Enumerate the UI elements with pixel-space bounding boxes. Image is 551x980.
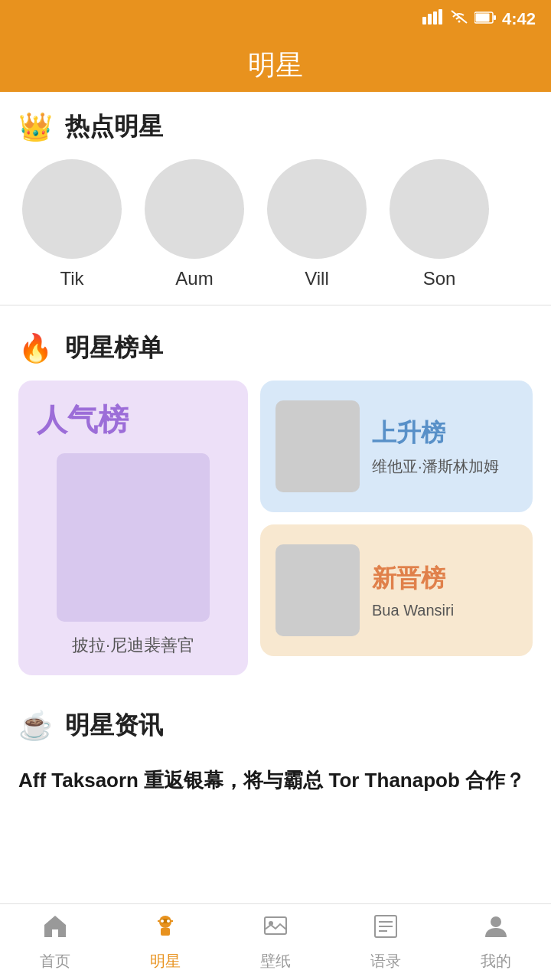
nav-label-mine: 我的 xyxy=(481,951,511,972)
popularity-sub: 披拉·尼迪裴善官 xyxy=(72,634,194,657)
rank-cards-right: 上升榜 维他亚·潘斯林加姆 新晋榜 Bua Wansiri xyxy=(260,381,533,675)
hot-stars-icon: 👑 xyxy=(18,111,53,143)
star-name-vill: Vill xyxy=(305,268,329,289)
page-title: 明星 xyxy=(248,47,303,84)
popularity-label: 人气榜 xyxy=(37,399,129,441)
news-item-1-title: Aff Taksaorn 重返银幕，将与霸总 Tor Thanapob 合作？ xyxy=(18,769,525,792)
quotes-icon xyxy=(372,913,399,946)
bottom-navigation: 首页 明星 壁纸 xyxy=(0,903,551,980)
status-icons: 4:42 xyxy=(422,9,536,29)
nav-item-stars[interactable]: 明星 xyxy=(127,913,204,972)
nav-item-wallpaper[interactable]: 壁纸 xyxy=(237,913,314,972)
new-entry-sub: Bua Wansiri xyxy=(372,602,517,619)
nav-label-home: 首页 xyxy=(40,951,70,972)
star-avatar-tik xyxy=(22,159,122,259)
wifi-off-icon xyxy=(450,9,468,29)
rising-sub: 维他亚·潘斯林加姆 xyxy=(372,456,517,477)
new-entry-card[interactable]: 新晋榜 Bua Wansiri xyxy=(260,524,533,656)
page-header: 明星 xyxy=(0,38,551,92)
status-bar: 4:42 xyxy=(0,0,551,38)
star-avatar-aum xyxy=(145,159,244,259)
star-avatar-vill xyxy=(267,159,367,259)
nav-label-quotes: 语录 xyxy=(370,951,401,972)
svg-rect-6 xyxy=(475,14,489,22)
svg-rect-1 xyxy=(428,14,432,24)
nav-label-wallpaper: 壁纸 xyxy=(260,951,291,972)
star-name-tik: Tik xyxy=(60,268,83,289)
rising-info: 上升榜 维他亚·潘斯林加姆 xyxy=(372,416,517,477)
svg-point-10 xyxy=(161,920,164,923)
popularity-image xyxy=(57,453,210,622)
stars-nav-icon xyxy=(152,913,179,946)
star-avatar-son xyxy=(390,159,489,259)
svg-rect-14 xyxy=(161,928,170,936)
time-display: 4:42 xyxy=(502,9,536,29)
new-entry-label: 新晋榜 xyxy=(372,562,517,596)
ranking-section-header: 🔥 明星榜单 xyxy=(0,313,551,373)
main-content: 👑 热点明星 Tik Aum Vill Son 🔥 明星榜单 人气榜 披拉 xyxy=(0,92,551,911)
signal-icon xyxy=(422,9,444,29)
new-entry-image xyxy=(276,544,360,636)
rising-image xyxy=(276,400,360,492)
star-name-son: Son xyxy=(423,268,456,289)
star-item-tik[interactable]: Tik xyxy=(18,159,126,289)
popularity-card[interactable]: 人气榜 披拉·尼迪裴善官 xyxy=(18,381,248,675)
star-item-aum[interactable]: Aum xyxy=(141,159,248,289)
ranking-icon: 🔥 xyxy=(18,332,53,364)
star-item-vill[interactable]: Vill xyxy=(263,159,370,289)
news-icon: ☕ xyxy=(18,710,53,742)
rising-label: 上升榜 xyxy=(372,416,517,450)
home-icon xyxy=(41,913,69,946)
svg-point-11 xyxy=(167,920,170,923)
ranking-cards-container: 人气榜 披拉·尼迪裴善官 上升榜 维他亚·潘斯林加姆 新晋榜 Bua Wansi… xyxy=(0,373,551,691)
rising-card[interactable]: 上升榜 维他亚·潘斯林加姆 xyxy=(260,381,533,512)
nav-label-stars: 明星 xyxy=(150,951,181,972)
star-item-son[interactable]: Son xyxy=(386,159,493,289)
hot-stars-title: 热点明星 xyxy=(65,110,163,144)
hot-stars-section-header: 👑 热点明星 xyxy=(0,92,551,152)
svg-rect-7 xyxy=(494,15,496,20)
svg-rect-2 xyxy=(433,11,437,24)
svg-rect-3 xyxy=(439,9,442,24)
nav-item-mine[interactable]: 我的 xyxy=(458,913,534,972)
news-title: 明星资讯 xyxy=(65,709,163,743)
battery-icon xyxy=(474,9,496,29)
nav-item-quotes[interactable]: 语录 xyxy=(347,913,424,972)
wallpaper-icon xyxy=(262,913,289,946)
section-divider-1 xyxy=(0,305,551,305)
new-entry-info: 新晋榜 Bua Wansiri xyxy=(372,562,517,619)
mine-icon xyxy=(482,913,510,946)
ranking-title: 明星榜单 xyxy=(65,332,163,365)
news-section-header: ☕ 明星资讯 xyxy=(0,691,551,750)
svg-rect-0 xyxy=(422,17,426,24)
nav-item-home[interactable]: 首页 xyxy=(17,913,93,972)
star-name-aum: Aum xyxy=(175,268,213,289)
news-item-1[interactable]: Aff Taksaorn 重返银幕，将与霸总 Tor Thanapob 合作？ xyxy=(0,750,551,811)
stars-carousel: Tik Aum Vill Son xyxy=(0,152,551,305)
svg-point-21 xyxy=(491,916,501,927)
